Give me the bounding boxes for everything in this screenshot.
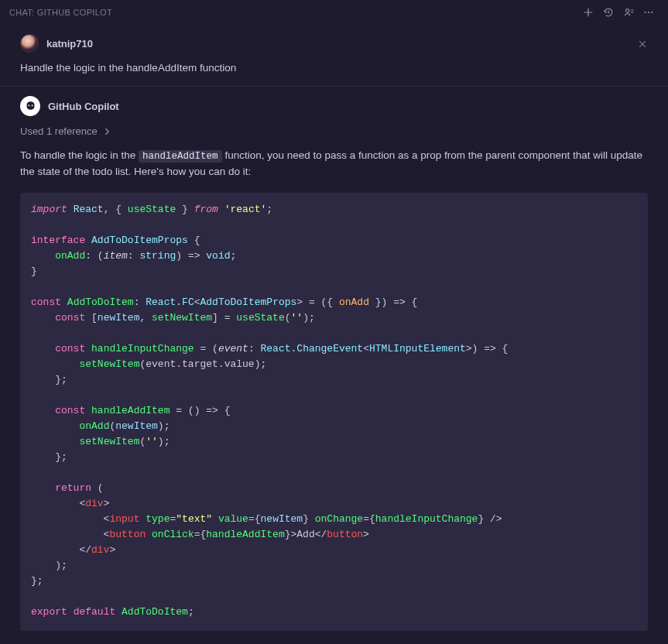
assistant-message: GitHub Copilot Used 1 reference To handl… [0,87,668,643]
user-avatar [20,34,39,53]
references-label: Used 1 reference [20,125,98,137]
message-header: katnip710 [20,34,648,53]
svg-point-1 [645,12,646,13]
open-in-editor-button[interactable] [618,2,639,22]
history-button[interactable] [598,2,618,22]
close-icon [638,39,647,49]
dismiss-message-button[interactable] [634,36,651,53]
chat-scroll-region: katnip710 Handle the logic in the handle… [0,25,668,643]
svg-point-0 [625,9,629,12]
panel-titlebar: CHAT: GITHUB COPILOT [0,0,668,25]
code-block[interactable]: import React, { useState } from 'react';… [20,193,648,631]
svg-point-3 [651,12,653,13]
user-message-text: Handle the logic in the handleAddItem fu… [20,62,648,74]
copilot-avatar [20,96,40,116]
history-icon [603,7,614,18]
references-toggle[interactable]: Used 1 reference [20,125,648,137]
panel-title: CHAT: GITHUB COPILOT [9,8,112,17]
more-actions-button[interactable] [639,2,659,22]
response-prefix: To handle the logic in the [20,149,139,161]
assistant-name: GitHub Copilot [48,101,119,112]
assistant-response-text: To handle the logic in the handleAddItem… [20,148,648,180]
more-icon [643,7,654,18]
username: katnip710 [46,38,93,50]
user-message: katnip710 Handle the logic in the handle… [0,25,668,87]
inline-code-ref: handleAddItem [139,150,222,163]
open-in-sidebar-icon [623,7,635,19]
message-header: GitHub Copilot [20,96,648,116]
new-chat-button[interactable] [578,2,598,22]
svg-point-2 [648,12,649,13]
chevron-right-icon [102,127,111,136]
plus-icon [583,7,594,18]
